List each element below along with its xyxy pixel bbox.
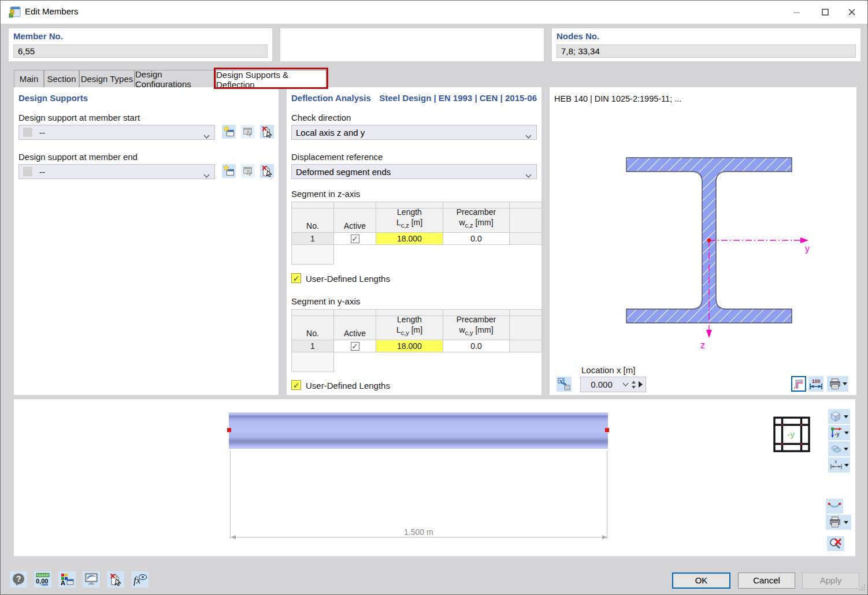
show-section-axes-button[interactable]: yz [791,376,806,392]
show-dimensions-button[interactable]: 100 [808,376,824,392]
dropdown-arrow-icon [844,448,848,451]
app-icon: 9 [8,6,21,18]
check-direction-value: Local axis z and y [296,128,365,137]
tab-bar: Main Section Design Types Design Configu… [1,70,867,87]
cube-icon [830,411,841,422]
maximize-button[interactable] [812,1,839,24]
location-x-value[interactable]: 0.000 [581,380,622,389]
view-3d-button[interactable] [828,409,850,424]
tab-design-configurations[interactable]: Design Configurations [135,70,216,87]
col-no: No. [292,316,334,340]
row-active-cell[interactable]: ✓ [334,340,376,352]
svg-text:A: A [61,579,65,586]
col-no: No. [292,209,334,233]
tab-main[interactable]: Main [14,70,44,87]
member-viewport: 1.500 m -y -y [14,399,855,556]
ok-button[interactable]: OK [672,572,730,589]
apply-button[interactable]: Apply [802,572,859,589]
edit-design-support-button[interactable] [241,125,255,139]
display-properties-button[interactable]: A [58,571,76,587]
rendering-settings-button[interactable] [83,571,100,587]
printer-icon [829,378,841,391]
check-direction-dropdown[interactable]: Local axis z and y [291,125,537,140]
design-supports-title: Design Supports [18,93,88,103]
dropdown-arrow-icon [844,521,848,524]
cancel-button[interactable]: Cancel [738,572,795,589]
table-tail [292,352,334,372]
table-row: 1 ✓ 18.000 0.0 [292,233,542,245]
view-direction-button[interactable]: -y [828,425,850,440]
new-design-support-button[interactable] [222,125,236,139]
displacement-reference-dropdown[interactable]: Deformed segment ends [291,164,537,179]
edit-members-dialog: 9 Edit Members Member No. 6,55 Nodes No.… [0,0,868,595]
precamber-cell[interactable]: 0.0 [443,233,510,245]
user-defined-lengths-label: User-Defined Lengths [306,274,390,284]
section-axes-icon: yz [793,378,804,390]
col-active: Active [334,316,376,340]
member-no-input[interactable]: 6,55 [13,44,268,58]
resize-grip[interactable] [859,584,866,591]
delete-design-support-button[interactable] [260,125,274,139]
tab-design-supports-deflection[interactable]: Design Supports & Deflection [216,70,327,89]
location-x-spinner[interactable]: 0.000 [580,377,646,392]
svg-text:y: y [802,378,803,382]
swap-section-view-button[interactable] [557,377,572,392]
delete-settings-button[interactable] [107,571,124,587]
nodes-no-label: Nodes No. [557,31,599,41]
svg-text:z: z [794,386,796,389]
user-defined-lengths-label: User-Defined Lengths [306,381,390,391]
new-window-star-icon [222,165,235,177]
reset-zoom-button[interactable] [827,536,844,551]
col-active: Active [334,209,376,233]
active-checkbox[interactable]: ✓ [351,342,359,351]
view-cube-face-label: -y [787,429,795,439]
support-end-label: Design support at member end [18,152,138,162]
chevron-down-icon [525,170,532,180]
monitor-rendering-icon [84,572,99,586]
precamber-cell[interactable]: 0.0 [443,340,510,352]
dropdown-arrow-icon [843,382,847,385]
nodes-no-input[interactable]: 7,8; 33,34 [557,44,856,58]
swap-view-icon [557,377,571,391]
tab-section[interactable]: Section [44,70,79,87]
delete-document-icon [261,165,273,177]
location-x-label: Location x [m] [581,365,635,375]
titlebar[interactable]: 9 Edit Members [1,1,867,24]
formula-view-button[interactable]: fx [131,571,149,587]
user-defined-lengths-checkbox[interactable]: ✓ [291,380,301,390]
length-cell[interactable]: 18.000 [376,233,443,245]
show-deflection-button[interactable] [826,499,843,514]
close-button[interactable] [839,1,865,24]
new-design-support-button[interactable] [222,164,236,178]
tab-design-types[interactable]: Design Types [79,70,135,87]
active-checkbox[interactable]: ✓ [351,235,359,243]
delete-design-support-button[interactable] [260,164,274,178]
col-precamber: Precamber wc,z [mm] [443,209,510,233]
edit-design-support-button[interactable] [241,164,255,178]
x-dim-label: x [834,459,837,464]
support-start-dropdown[interactable]: -- [18,125,215,140]
nodes-no-group: Nodes No. 7,8; 33,34 [552,28,860,61]
displacement-reference-value: Deformed segment ends [296,167,391,177]
row-active-cell[interactable]: ✓ [334,233,376,245]
view-cube[interactable]: -y [773,416,810,452]
dimension-display-button[interactable]: x [828,458,850,473]
empty-info-box [280,28,544,61]
support-end-dropdown[interactable]: -- [18,164,215,179]
display-mode-button[interactable] [828,441,850,456]
units-settings-button[interactable]: 0,00 [34,571,51,587]
col-length: Length Lc,y [m] [376,316,443,340]
minimize-button[interactable] [783,1,810,24]
length-cell[interactable]: 18.000 [376,340,443,352]
cross-section-drawing: y z [624,152,815,354]
dropdown-arrow-icon [844,432,849,434]
svg-text:100: 100 [812,378,820,384]
print-section-button[interactable] [827,376,848,392]
end-node-marker[interactable] [605,428,609,432]
user-defined-lengths-checkbox[interactable]: ✓ [291,273,301,283]
print-viewport-button[interactable] [826,515,851,530]
help-button[interactable]: ? [10,571,27,587]
svg-text:0,00: 0,00 [36,578,48,585]
table-header-row: No. Active Length Lc,z [m] Precamber wc,… [292,209,542,233]
start-node-marker[interactable] [227,428,231,432]
